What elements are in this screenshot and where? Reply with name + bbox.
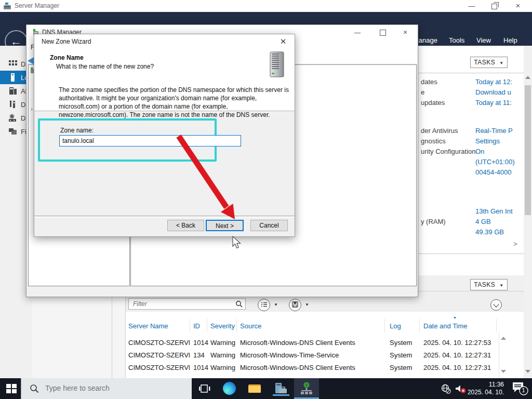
sidebar-label: D	[21, 101, 25, 109]
property-value[interactable]: Settings	[475, 137, 523, 145]
property-label: e	[421, 88, 424, 96]
network-status-icon[interactable]	[441, 384, 451, 394]
server-manager-taskbar-button[interactable]	[274, 381, 288, 396]
server-manager-titlebar: Server Manager — ×	[0, 0, 532, 12]
zone-name-field[interactable]	[59, 135, 241, 147]
collapse-section-button[interactable]	[490, 299, 502, 311]
property-label: dates	[421, 78, 437, 86]
dashboard-icon	[9, 60, 17, 68]
column-header-severity[interactable]: Severity	[210, 322, 235, 330]
menu-help[interactable]: Help	[503, 36, 517, 44]
property-value[interactable]: Today at 11:	[475, 99, 523, 107]
divider	[419, 319, 420, 332]
divider	[112, 291, 112, 378]
events-tasks-button[interactable]: TASKS▼	[470, 279, 508, 290]
chevron-down-icon: ▼	[499, 61, 503, 65]
scroll-up-arrow-icon[interactable]	[525, 76, 530, 79]
console-back-icon[interactable]	[28, 57, 34, 64]
property-value[interactable]: 13th Gen Int	[475, 207, 523, 215]
chevron-down-icon	[493, 301, 499, 307]
divider	[34, 216, 295, 218]
taskbar-clock[interactable]: 11:36 2025. 04. 10.	[467, 381, 504, 396]
close-icon[interactable]: ✕	[276, 36, 290, 47]
events-list-options-button[interactable]	[258, 299, 270, 311]
new-zone-wizard-dialog: New Zone Wizard ✕ Zone Name What is the …	[34, 34, 295, 237]
cell-source: Microsoft-Windows-DNS Client Events	[240, 339, 383, 347]
restore-icon-back	[494, 2, 499, 7]
column-header-log[interactable]: Log	[390, 322, 401, 330]
property-label: urity Configuration	[421, 148, 476, 155]
sort-indicator-icon: ▼	[453, 316, 457, 320]
taskbar-search[interactable]	[21, 378, 192, 399]
cell-datetime: 2025. 04. 10. 12:27:53	[423, 339, 491, 347]
window-title: Server Manager	[15, 2, 59, 9]
start-button[interactable]	[5, 382, 18, 395]
property-value[interactable]: Download u	[475, 88, 523, 96]
cell-source: Microsoft-Windows-Time-Service	[240, 351, 383, 359]
properties-tasks-button[interactable]: TASKS▼	[470, 57, 508, 68]
zone-name-label: Zone name:	[60, 127, 94, 134]
chevron-down-icon[interactable]: ▼	[305, 302, 309, 307]
scroll-right-indicator[interactable]: >	[513, 240, 517, 248]
main-scrollbar-thumb[interactable]	[525, 85, 531, 215]
property-value[interactable]: On	[475, 148, 523, 155]
column-header-source[interactable]: Source	[240, 322, 261, 330]
task-view-button[interactable]	[197, 381, 212, 396]
menu-view[interactable]: View	[476, 36, 491, 44]
events-save-button[interactable]	[289, 299, 301, 311]
property-value[interactable]: 49.39 GB	[475, 228, 523, 236]
cell-log: System	[390, 364, 412, 371]
cell-id: 1014	[193, 339, 208, 347]
scroll-up-arrow-icon[interactable]	[501, 337, 506, 340]
volume-muted-icon[interactable]	[455, 384, 467, 394]
maximize-icon[interactable]	[380, 30, 386, 36]
property-value[interactable]: 00454-4000	[475, 168, 523, 176]
dns-role-icon	[9, 100, 17, 109]
scroll-down-arrow-icon[interactable]	[501, 370, 506, 373]
close-icon[interactable]: ×	[510, 1, 526, 10]
column-header-id[interactable]: ID	[193, 322, 200, 330]
wizard-description: The zone name specifies the portion of t…	[59, 86, 294, 119]
back-button[interactable]: < Back	[167, 220, 204, 231]
divider	[496, 319, 497, 332]
tree-expand-icon[interactable]: ›	[31, 105, 33, 113]
property-value[interactable]: Real-Time P	[475, 127, 523, 135]
cell-log: System	[390, 339, 412, 347]
list-icon	[261, 301, 267, 308]
menu-tools[interactable]: Tools	[449, 36, 464, 44]
property-value[interactable]: Today at 12:	[475, 78, 523, 86]
cell-id: 134	[193, 351, 205, 359]
taskbar-search-input[interactable]	[44, 383, 181, 393]
search-icon	[235, 300, 243, 308]
divider	[207, 319, 207, 332]
filter-input[interactable]	[128, 298, 246, 310]
property-label: der Antivirus	[421, 127, 458, 135]
wizard-subheading: What is the name of the new zone?	[56, 63, 154, 70]
filter-field[interactable]	[128, 298, 246, 310]
column-header-date-time[interactable]: Date and Time	[423, 322, 468, 330]
scroll-down-arrow-icon[interactable]	[525, 370, 530, 373]
property-value[interactable]: (UTC+01:00)	[475, 158, 523, 166]
edge-browser-button[interactable]	[222, 381, 237, 396]
taskbar: 11:36 2025. 04. 10. 1	[0, 378, 532, 399]
dns-manager-taskbar-button[interactable]	[294, 378, 319, 399]
search-icon	[30, 384, 39, 393]
file-explorer-button[interactable]	[247, 381, 262, 396]
column-header-server-name[interactable]: Server Name	[128, 322, 168, 330]
close-icon[interactable]: ×	[396, 28, 414, 35]
minimize-icon[interactable]: —	[349, 29, 366, 36]
property-value[interactable]: 4 GB	[475, 218, 523, 225]
file-storage-icon	[9, 127, 17, 136]
cell-log: System	[390, 351, 412, 359]
task-view-icon	[197, 381, 212, 396]
chevron-down-icon[interactable]: ▼	[274, 302, 278, 307]
minimize-icon[interactable]: —	[464, 2, 480, 10]
wizard-titlebar[interactable]: New Zone Wizard ✕	[34, 34, 295, 49]
cell-id: 1014	[193, 364, 208, 371]
cell-datetime: 2025. 04. 10. 12:27:31	[423, 351, 491, 359]
notifications-button[interactable]: 1	[511, 381, 529, 396]
cancel-button[interactable]: Cancel	[250, 220, 288, 231]
zone-name-input[interactable]	[59, 135, 241, 147]
next-button[interactable]: Next >	[206, 220, 244, 231]
wizard-heading: Zone Name	[50, 54, 84, 61]
